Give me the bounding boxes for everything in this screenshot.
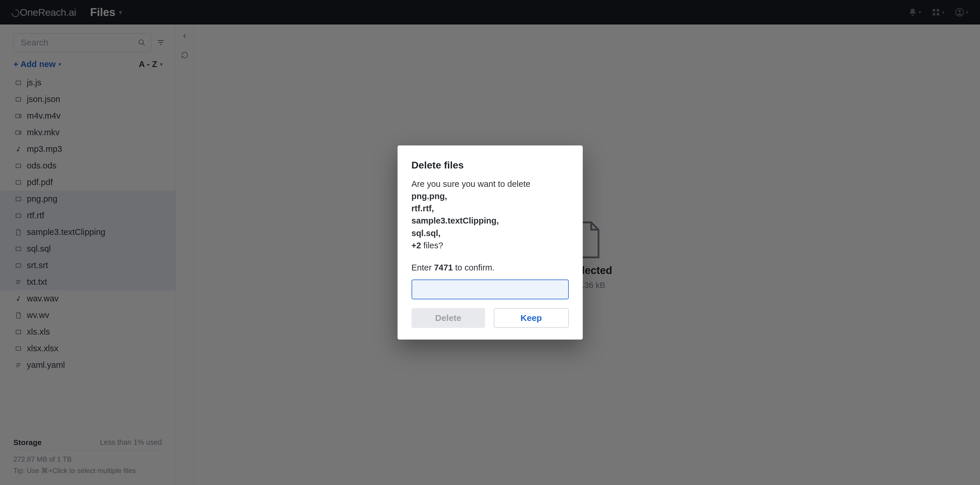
modal-confirm-instruction: Enter 7471 to confirm. xyxy=(412,262,569,274)
modal-message: Are you sure you want to delete png.png,… xyxy=(412,178,569,251)
modal-overlay[interactable]: Delete files Are you sure you want to de… xyxy=(0,0,980,485)
confirm-code-input[interactable] xyxy=(412,279,569,300)
modal-title: Delete files xyxy=(412,159,569,171)
keep-button[interactable]: Keep xyxy=(494,308,569,328)
delete-button[interactable]: Delete xyxy=(412,308,485,328)
delete-files-modal: Delete files Are you sure you want to de… xyxy=(398,146,583,339)
